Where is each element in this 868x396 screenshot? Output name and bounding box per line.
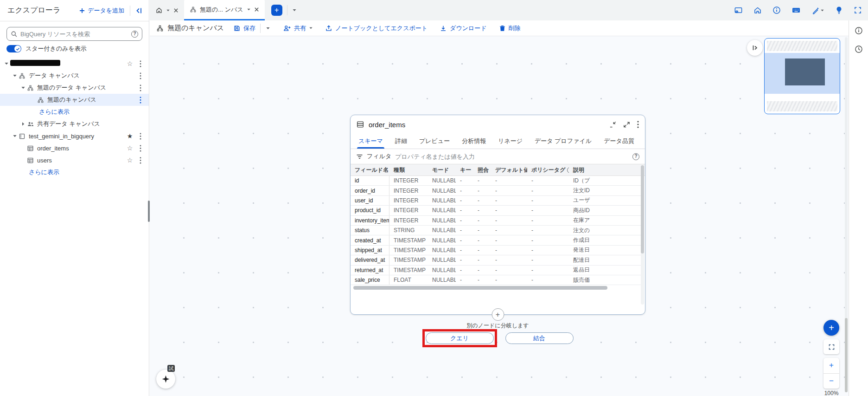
tree-item-untitled-canvas[interactable]: 無題のキャンバス <box>0 94 149 106</box>
search-help-icon[interactable]: ? <box>131 31 138 38</box>
chevron-down-icon[interactable] <box>247 7 251 12</box>
node-tab-6[interactable]: データ品質 <box>598 134 640 149</box>
search-input[interactable] <box>20 31 128 38</box>
fullscreen-button[interactable] <box>852 5 863 16</box>
caret-down-icon[interactable] <box>21 85 26 90</box>
query-button[interactable]: クエリ <box>426 332 494 344</box>
close-icon[interactable] <box>254 7 259 12</box>
node-tab-1[interactable]: 詳細 <box>389 134 413 149</box>
join-button[interactable]: 結合 <box>505 332 574 344</box>
schema-row-inventory_item_id[interactable]: inventory_item_idINTEGERNULLABLE----在庫ア <box>351 216 642 226</box>
branch-plus-button[interactable]: + <box>491 308 504 321</box>
minimap-toggle-button[interactable] <box>747 40 763 56</box>
filter-help-icon[interactable]: ? <box>632 153 639 160</box>
keyboard-shortcuts-button[interactable] <box>790 4 802 16</box>
schema-row-id[interactable]: idINTEGERNULLABLE----ID（ブ <box>351 176 642 186</box>
schema-row-shipped_at[interactable]: shipped_atTIMESTAMPNULLABLE----発送日 <box>351 246 642 255</box>
tree-item-shared-data-canvases[interactable]: 共有データ キャンバス <box>0 118 149 130</box>
save-button[interactable]: 保存 <box>232 22 256 34</box>
chevron-down-icon[interactable] <box>166 8 170 13</box>
tree-show-more-link[interactable]: さらに表示 <box>0 166 149 178</box>
tree-item-more-button[interactable] <box>136 97 145 104</box>
schema-row-user_id[interactable]: user_idINTEGERNULLABLE----ユーザ <box>351 196 642 206</box>
star-outline-icon[interactable]: ☆ <box>124 60 136 67</box>
assistive-suggestions-button[interactable] <box>834 5 844 16</box>
star-outline-icon[interactable]: ☆ <box>124 156 136 164</box>
tree-item-users-table[interactable]: users☆ <box>0 154 149 166</box>
zoom-out-button[interactable]: − <box>823 374 839 389</box>
node-tab-5[interactable]: データ プロファイル <box>529 134 598 149</box>
tree-caret[interactable] <box>19 85 27 90</box>
expand-node-button[interactable] <box>622 120 632 130</box>
delete-button[interactable]: 削除 <box>498 22 522 34</box>
caret-down-icon[interactable] <box>4 61 9 66</box>
node-tab-0[interactable]: スキーマ <box>352 134 389 149</box>
export-notebook-button[interactable]: ノートブックとしてエクスポート <box>324 22 428 34</box>
order-items-node[interactable]: order_items スキーマ詳細プレビュー分析情報リネージデータ プロファイ… <box>350 115 645 315</box>
tree-item-test-gemini-dataset[interactable]: test_gemini_in_bigquery★ <box>0 130 149 142</box>
star-filter-toggle[interactable] <box>6 45 21 52</box>
tree-item-more-button[interactable] <box>136 84 145 91</box>
scrollbar-thumb[interactable] <box>353 286 607 290</box>
tree-caret[interactable] <box>11 134 19 138</box>
rail-history-button[interactable] <box>853 44 864 55</box>
tree-item-more-button[interactable] <box>136 60 145 67</box>
new-tab-button[interactable]: + <box>271 5 282 16</box>
schema-row-status[interactable]: statusSTRINGNULLABLE----注文の <box>351 226 642 235</box>
tree-show-more-link[interactable]: さらに表示 <box>0 106 149 118</box>
schema-row-order_id[interactable]: order_idINTEGERNULLABLE----注文ID <box>351 186 642 195</box>
gemini-fab[interactable] <box>156 370 175 389</box>
tree-item-untitled-data-canvas[interactable]: 無題のデータ キャンバス <box>0 82 149 94</box>
node-more-button[interactable] <box>636 119 640 130</box>
canvas-vertical-scrollbar[interactable] <box>845 37 848 392</box>
scrollbar-thumb[interactable] <box>845 318 848 392</box>
tree-caret[interactable] <box>3 61 10 66</box>
welcome-home-button[interactable] <box>752 5 763 16</box>
tree-item-order-items-table[interactable]: order_items☆ <box>0 142 149 154</box>
node-tab-4[interactable]: リネージ <box>492 134 529 149</box>
schema-row-product_id[interactable]: product_idINTEGERNULLABLE----商品ID <box>351 206 642 215</box>
tab-overflow-icon[interactable] <box>292 8 297 13</box>
close-icon[interactable] <box>173 8 179 13</box>
tree-caret[interactable] <box>19 122 27 126</box>
schema-row-delivered_at[interactable]: delivered_atTIMESTAMPNULLABLE----配達日 <box>351 255 642 265</box>
node-tab-3[interactable]: 分析情報 <box>456 134 492 149</box>
add-data-button[interactable]: データを追加 <box>76 5 127 17</box>
collapse-node-button[interactable] <box>608 120 618 130</box>
add-node-fab[interactable]: + <box>823 320 839 336</box>
table-horizontal-scrollbar[interactable] <box>351 285 645 291</box>
rail-info-button[interactable] <box>853 25 864 36</box>
table-vertical-scrollbar[interactable] <box>641 165 644 305</box>
tree-item-more-button[interactable] <box>136 145 145 152</box>
info-button[interactable] <box>771 5 782 16</box>
schema-filter-input[interactable] <box>395 153 629 160</box>
canvas-surface[interactable]: order_items スキーマ詳細プレビュー分析情報リネージデータ プロファイ… <box>150 36 849 396</box>
home-tab[interactable] <box>150 0 184 20</box>
schema-row-sale_price[interactable]: sale_priceFLOATNULLABLE----販売価 <box>351 275 642 285</box>
sidebar-resize-handle[interactable] <box>148 201 150 222</box>
caret-right-icon[interactable] <box>21 122 26 126</box>
star-outline-icon[interactable]: ☆ <box>124 144 136 152</box>
zoom-in-button[interactable]: + <box>823 358 839 373</box>
minimap[interactable] <box>764 38 840 114</box>
tree-item-more-button[interactable] <box>136 157 145 164</box>
caret-down-icon[interactable] <box>13 73 17 78</box>
save-options-button[interactable] <box>264 25 272 32</box>
scrollbar-thumb[interactable] <box>641 165 644 253</box>
tree-item-project[interactable]: ☆ <box>0 58 149 70</box>
resource-search-box[interactable]: ? <box>6 27 142 41</box>
schema-row-returned_at[interactable]: returned_atTIMESTAMPNULLABLE----返品日 <box>351 266 642 275</box>
collapse-sidebar-button[interactable] <box>133 5 144 16</box>
share-button[interactable]: 共有 <box>282 22 314 34</box>
fit-to-screen-button[interactable] <box>823 339 839 354</box>
canvas-tab-active[interactable]: 無題の... ンバス <box>184 0 265 20</box>
gemini-assist-button[interactable] <box>810 5 826 16</box>
caret-down-icon[interactable] <box>13 134 17 138</box>
tree-caret[interactable] <box>11 73 19 78</box>
cloud-shell-button[interactable] <box>733 5 744 16</box>
download-button[interactable]: ダウンロード <box>439 22 488 34</box>
schema-row-created_at[interactable]: created_atTIMESTAMPNULLABLE----作成日 <box>351 235 642 245</box>
node-tab-2[interactable]: プレビュー <box>413 134 456 149</box>
tree-item-data-canvases[interactable]: データ キャンバス <box>0 70 149 82</box>
tree-item-more-button[interactable] <box>136 72 145 79</box>
